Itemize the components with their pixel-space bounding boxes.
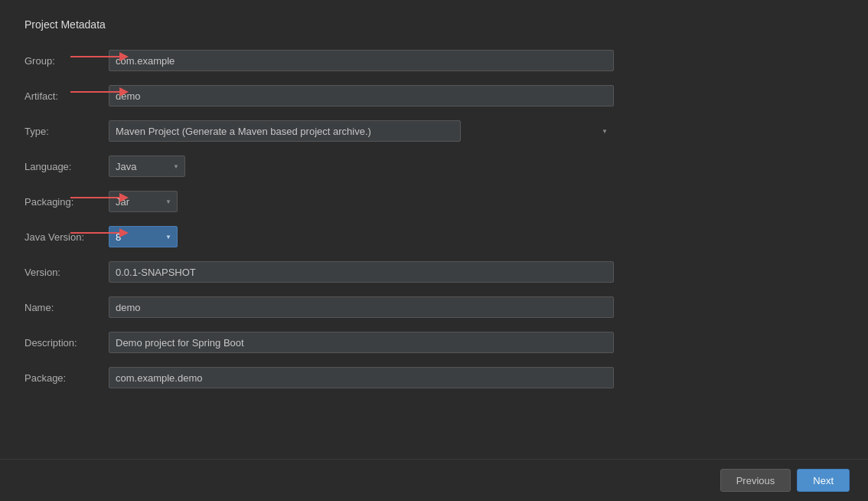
previous-button[interactable]: Previous xyxy=(720,469,791,492)
type-row: Type: Maven Project (Generate a Maven ba… xyxy=(24,116,844,146)
artifact-label: Artifact: xyxy=(24,90,109,102)
main-container: Project Metadata Group: xyxy=(0,0,868,459)
java-version-select-wrapper: 8 11 17 21 xyxy=(109,226,178,247)
java-version-row: Java Version: 8 11 17 21 xyxy=(24,222,844,251)
form-area: Group: Artifact: Type: Maven Proj xyxy=(24,46,844,447)
packaging-select-wrapper: Jar War xyxy=(109,191,178,212)
description-row: Description: xyxy=(24,328,844,357)
next-button[interactable]: Next xyxy=(797,469,850,492)
package-row: Package: xyxy=(24,363,844,392)
packaging-row: Packaging: Jar War xyxy=(24,187,844,216)
artifact-row: Artifact: xyxy=(24,81,844,110)
name-input[interactable] xyxy=(109,296,614,318)
type-select-wrapper: Maven Project (Generate a Maven based pr… xyxy=(109,120,614,142)
footer: Previous Next xyxy=(0,459,868,501)
type-select[interactable]: Maven Project (Generate a Maven based pr… xyxy=(109,120,461,142)
package-input[interactable] xyxy=(109,367,614,388)
package-label: Package: xyxy=(24,372,109,384)
language-row: Language: Java Kotlin Groovy xyxy=(24,152,844,181)
java-version-label: Java Version: xyxy=(24,231,109,243)
section-title: Project Metadata xyxy=(24,18,844,31)
type-label: Type: xyxy=(24,126,109,137)
language-select[interactable]: Java Kotlin Groovy xyxy=(109,156,185,177)
language-label: Language: xyxy=(24,161,109,172)
artifact-input[interactable] xyxy=(109,85,614,106)
packaging-select[interactable]: Jar War xyxy=(109,191,178,212)
description-input[interactable] xyxy=(109,332,614,353)
version-input[interactable] xyxy=(109,261,614,283)
group-row: Group: xyxy=(24,46,844,75)
version-label: Version: xyxy=(24,267,109,278)
description-label: Description: xyxy=(24,337,109,349)
version-row: Version: xyxy=(24,257,844,287)
java-version-select[interactable]: 8 11 17 21 xyxy=(109,226,178,247)
packaging-label: Packaging: xyxy=(24,196,109,208)
group-label: Group: xyxy=(24,55,109,67)
name-row: Name: xyxy=(24,293,844,322)
name-label: Name: xyxy=(24,302,109,313)
language-select-wrapper: Java Kotlin Groovy xyxy=(109,156,185,177)
group-input[interactable] xyxy=(109,50,614,71)
